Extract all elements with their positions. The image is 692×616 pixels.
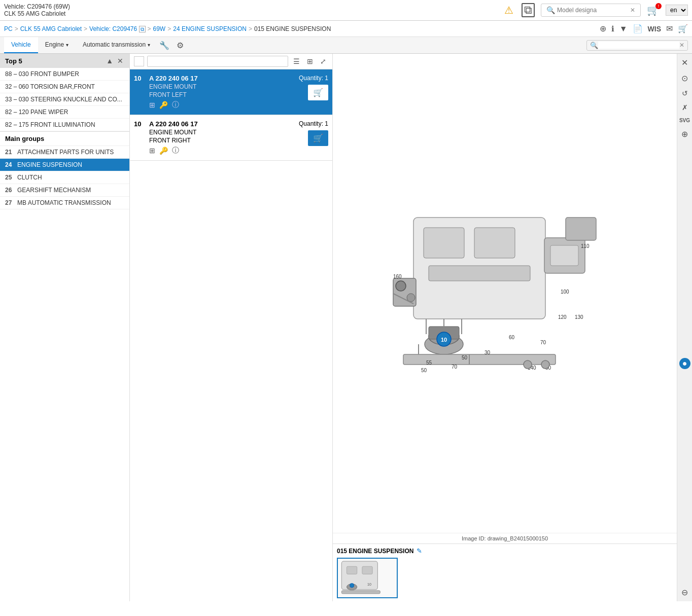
svg-rect-39 bbox=[347, 566, 357, 574]
breadcrumb-24[interactable]: 24 ENGINE SUSPENSION bbox=[173, 25, 247, 32]
rt-close-button[interactable]: ✕ bbox=[678, 56, 692, 69]
svg-text:100: 100 bbox=[561, 289, 569, 295]
rt-svg-button[interactable]: SVG bbox=[678, 116, 692, 125]
copy-button[interactable]: ⧉ bbox=[520, 2, 537, 18]
part-row-2[interactable]: 10 A 220 240 06 17 ENGINE MOUNT FRONT RI… bbox=[130, 115, 332, 161]
group-item-24[interactable]: 24 ENGINE SUSPENSION bbox=[0, 159, 129, 171]
group-item-26[interactable]: 26 GEARSHIFT MECHANISM bbox=[0, 184, 129, 197]
top5-item[interactable]: 32 – 060 TORSION BAR,FRONT bbox=[0, 81, 129, 93]
tab-extra-icons: 🔧 ⚙ bbox=[157, 39, 186, 52]
parts-checkbox[interactable] bbox=[134, 56, 144, 66]
group-num-21: 21 bbox=[5, 149, 17, 156]
svg-rect-9 bbox=[566, 218, 596, 240]
svg-text:60: 60 bbox=[509, 335, 515, 340]
tab-vehicle[interactable]: Vehicle bbox=[4, 37, 38, 53]
parts-grid-view[interactable]: ⊞ bbox=[305, 56, 315, 66]
svg-text:70: 70 bbox=[540, 340, 546, 345]
thumbnail-1[interactable]: 10 bbox=[337, 558, 398, 598]
copy-icon: ⧉ bbox=[522, 3, 535, 17]
part-cart-btn-1[interactable]: 🛒 bbox=[308, 85, 328, 100]
part-row-1[interactable]: 10 A 220 240 06 17 ENGINE MOUNT FRONT LE… bbox=[130, 69, 332, 115]
parts-list-view[interactable]: ☰ bbox=[291, 56, 302, 66]
rt-history-button[interactable]: ↺ bbox=[678, 87, 692, 99]
parts-search-input[interactable] bbox=[147, 56, 288, 67]
rt-close2-button[interactable]: ✗ bbox=[678, 101, 692, 114]
svg-text:50: 50 bbox=[462, 355, 468, 360]
svg-rect-43 bbox=[341, 591, 380, 594]
top-search-input[interactable] bbox=[557, 7, 628, 14]
group-label-26: GEARSHIFT MECHANISM bbox=[17, 187, 91, 194]
part-info-1: A 220 240 06 17 ENGINE MOUNT FRONT LEFT … bbox=[149, 75, 299, 110]
part-key-icon-1[interactable]: 🔑 bbox=[159, 100, 168, 110]
group-label-27: MB AUTOMATIC TRANSMISSION bbox=[17, 199, 111, 206]
bc-mail-button[interactable]: ✉ bbox=[666, 24, 673, 33]
part-qty-1: Quantity: 1 bbox=[299, 75, 328, 82]
breadcrumb-pc[interactable]: PC bbox=[4, 25, 13, 32]
part-actions-1: Quantity: 1 🛒 bbox=[299, 75, 328, 100]
bc-doc-button[interactable]: 📄 bbox=[633, 24, 643, 33]
tab-engine[interactable]: Engine ▾ bbox=[38, 37, 76, 53]
breadcrumb-clk[interactable]: CLK 55 AMG Cabriolet bbox=[20, 25, 82, 32]
rt-zoomin-button[interactable]: ⊕ bbox=[678, 127, 692, 141]
svg-text:160: 160 bbox=[393, 274, 402, 279]
rt-target-button[interactable]: ⊙ bbox=[678, 71, 692, 85]
part-grid-icon-1[interactable]: ⊞ bbox=[149, 100, 155, 110]
top5-item[interactable]: 33 – 030 STEERING KNUCKLE AND CO... bbox=[0, 93, 129, 106]
bc-cart-button[interactable]: 🛒 bbox=[678, 24, 688, 33]
parts-expand[interactable]: ⤢ bbox=[318, 56, 328, 66]
bottom-title: 015 ENGINE SUSPENSION ✎ bbox=[337, 547, 673, 555]
image-id-label: Image ID: drawing_B24015000150 bbox=[333, 533, 677, 543]
parts-list: 10 A 220 240 06 17 ENGINE MOUNT FRONT LE… bbox=[130, 69, 332, 601]
part-qty-2: Quantity: 1 bbox=[299, 120, 328, 127]
top5-close-button[interactable]: ✕ bbox=[116, 57, 124, 65]
image-area[interactable]: 10 100 110 120 130 70 60 30 bbox=[333, 54, 677, 533]
bc-zoom-button[interactable]: ⊕ bbox=[600, 24, 606, 33]
part-cart-btn-2[interactable]: 🛒 bbox=[308, 130, 328, 146]
bottom-edit-button[interactable]: ✎ bbox=[417, 547, 422, 555]
breadcrumb-tools: ⊕ ℹ ▼ 📄 WIS ✉ 🛒 bbox=[600, 24, 688, 33]
tab-automatic[interactable]: Automatic transmission ▾ bbox=[76, 37, 157, 53]
tab-wrench-button[interactable]: 🔧 bbox=[157, 39, 171, 52]
part-key-icon-2[interactable]: 🔑 bbox=[159, 146, 168, 155]
part-code-2: A 220 240 06 17 bbox=[149, 120, 299, 128]
svg-rect-8 bbox=[550, 245, 578, 266]
breadcrumb-vehicle[interactable]: Vehicle: C209476 ⧉ bbox=[89, 25, 145, 32]
group-label-21: ATTACHMENT PARTS FOR UNITS bbox=[17, 149, 114, 156]
group-item-25[interactable]: 25 CLUTCH bbox=[0, 171, 129, 184]
breadcrumb-69w[interactable]: 69W bbox=[153, 25, 166, 32]
breadcrumb-sep4: > bbox=[167, 25, 171, 32]
warn-button[interactable]: ⚠ bbox=[502, 3, 515, 17]
part-info-icon-1[interactable]: ⓘ bbox=[172, 100, 179, 110]
tab-search-clear[interactable]: ✕ bbox=[679, 42, 684, 49]
tab-automatic-label: Automatic transmission bbox=[83, 41, 146, 48]
top5-collapse-button[interactable]: ▲ bbox=[105, 57, 114, 65]
bc-wis-button[interactable]: WIS bbox=[648, 25, 661, 33]
thumbnail-grid: 10 bbox=[337, 558, 673, 598]
breadcrumb-sep3: > bbox=[148, 25, 151, 32]
rt-bluedot-button[interactable]: ● bbox=[679, 358, 690, 369]
part-info-icon-2[interactable]: ⓘ bbox=[172, 146, 179, 155]
tab-search-input[interactable] bbox=[598, 42, 679, 49]
part-icons-1: ⊞ 🔑 ⓘ bbox=[149, 100, 299, 110]
top5-item[interactable]: 82 – 120 PANE WIPER bbox=[0, 106, 129, 119]
top-search-icon[interactable]: 🔍 bbox=[544, 5, 557, 15]
top5-item[interactable]: 88 – 030 FRONT BUMPER bbox=[0, 68, 129, 81]
language-select[interactable]: en de fr bbox=[666, 5, 688, 16]
group-item-27[interactable]: 27 MB AUTOMATIC TRANSMISSION bbox=[0, 197, 129, 209]
group-num-25: 25 bbox=[5, 174, 17, 181]
part-pos-1: 10 bbox=[134, 75, 149, 82]
header-cart-button[interactable]: 🛒! bbox=[645, 3, 662, 17]
tab-gear-button[interactable]: ⚙ bbox=[175, 39, 186, 52]
top5-item[interactable]: 82 – 175 FRONT ILLUMINATION bbox=[0, 119, 129, 131]
part-grid-icon-2[interactable]: ⊞ bbox=[149, 146, 155, 155]
bc-info-button[interactable]: ℹ bbox=[611, 24, 614, 33]
tab-search-icon[interactable]: 🔍 bbox=[590, 42, 598, 49]
rt-zoomout-button[interactable]: ⊖ bbox=[678, 586, 692, 599]
top-search-clear[interactable]: ✕ bbox=[628, 6, 637, 15]
group-item-21[interactable]: 21 ATTACHMENT PARTS FOR UNITS bbox=[0, 146, 129, 159]
breadcrumb-sep2: > bbox=[84, 25, 87, 32]
tab-search-box: 🔍 ✕ bbox=[586, 40, 688, 51]
engine-diagram-svg: 10 100 110 120 130 70 60 30 bbox=[333, 187, 677, 400]
svg-point-36 bbox=[524, 360, 532, 369]
bc-filter-button[interactable]: ▼ bbox=[619, 24, 628, 33]
